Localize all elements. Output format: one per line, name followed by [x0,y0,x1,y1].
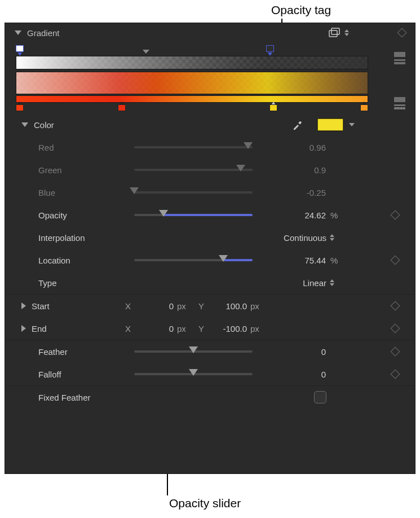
opacity-row: Opacity 24.62 % [5,204,415,226]
gradient-preset-icon[interactable] [329,28,341,38]
red-label: Red [38,143,134,152]
updown-icon [330,234,334,241]
svg-rect-0 [329,30,337,37]
y-label: Y [194,324,204,333]
start-y-value[interactable]: 100.0 [207,301,247,311]
end-row: End X 0 px Y -100.0 px [5,317,415,340]
end-x-value[interactable]: 0 [134,324,174,333]
opacity-tag[interactable] [16,46,24,54]
end-label: End [32,324,121,333]
disclosure-right-icon[interactable] [21,325,26,332]
fixed-feather-label: Fixed Feather [38,393,207,402]
red-row: Red 0.96 [5,136,415,159]
feather-value[interactable]: 0 [253,347,330,357]
chevron-down-icon[interactable] [349,123,355,126]
start-x-value[interactable]: 0 [134,301,174,311]
opacity-bar-split-icon [394,59,405,64]
opacity-value[interactable]: 24.62 [253,210,330,220]
color-bar-dots-icon [394,104,405,109]
callout-opacity-slider: Opacity slider [169,497,241,510]
fixed-feather-checkbox[interactable] [314,391,326,403]
x-label: X [121,324,131,333]
location-label: Location [38,256,134,265]
unit-label: px [250,301,264,311]
falloff-row: Falloff 0 [5,363,415,385]
opacity-tag-track[interactable] [16,46,368,54]
feather-slider[interactable] [134,346,253,357]
type-select[interactable]: Linear [303,278,357,288]
location-unit: % [330,256,345,265]
unit-label: px [250,324,264,333]
keyframe-icon[interactable] [391,346,400,356]
color-swatch[interactable] [317,118,343,131]
color-bar-icon [394,97,405,102]
keyframe-icon[interactable] [391,323,400,333]
red-slider[interactable] [134,142,253,152]
gradient-preset-stepper-icon[interactable] [344,29,349,36]
opacity-label: Opacity [38,210,134,220]
disclosure-down-icon[interactable] [21,122,28,127]
red-value[interactable]: 0.96 [253,143,330,152]
unit-label: px [177,301,191,311]
disclosure-right-icon[interactable] [21,302,26,309]
location-slider[interactable] [134,255,253,265]
falloff-label: Falloff [38,370,134,379]
start-label: Start [32,301,121,311]
callout-opacity-tag: Opacity tag [271,3,331,17]
green-row: Green 0.9 [5,159,415,181]
interpolation-value: Continuous [284,233,326,243]
green-label: Green [38,165,134,175]
color-stop-track[interactable] [16,103,368,112]
keyframe-icon[interactable] [391,369,400,379]
fixed-feather-row: Fixed Feather [5,386,415,409]
svg-rect-1 [331,28,339,34]
blue-row: Blue -0.25 [5,181,415,204]
color-stop[interactable] [16,103,24,111]
keyframe-icon[interactable] [391,301,400,310]
inspector-panel: Gradient [5,23,415,474]
location-row: Location 75.44 % [5,249,415,271]
keyframe-icon[interactable] [391,255,400,265]
opacity-gradient-bar[interactable] [16,56,368,69]
blue-slider[interactable] [134,187,253,197]
falloff-value[interactable]: 0 [253,370,330,379]
feather-label: Feather [38,347,134,357]
gradient-title: Gradient [27,28,60,38]
opacity-tag[interactable] [266,46,274,54]
x-label: X [121,301,131,311]
opacity-slider[interactable] [134,210,253,220]
opacity-bar-options[interactable] [394,52,405,64]
blue-label: Blue [38,188,134,197]
blue-value[interactable]: -0.25 [253,188,330,197]
feather-row: Feather 0 [5,340,415,363]
color-bar-options[interactable] [394,97,405,109]
interpolation-select[interactable]: Continuous [284,233,357,243]
type-value: Linear [303,278,326,288]
color-label: Color [34,120,123,130]
type-row: Type Linear [5,271,415,294]
gradient-editor [5,43,415,113]
color-stop[interactable] [360,103,368,111]
unit-label: px [177,324,191,333]
y-label: Y [194,301,204,311]
opacity-unit: % [330,210,345,220]
end-y-value[interactable]: -100.0 [207,324,247,333]
rgb-gradient-bar[interactable] [16,95,368,103]
interpolation-label: Interpolation [38,233,134,243]
keyframe-icon[interactable] [397,28,407,38]
color-gradient-bar[interactable] [16,72,368,94]
gradient-section-header[interactable]: Gradient [5,23,415,43]
opacity-midpoint-icon[interactable] [143,50,149,54]
interpolation-row: Interpolation Continuous [5,226,415,249]
disclosure-down-icon[interactable] [15,30,21,35]
falloff-slider[interactable] [134,369,253,379]
location-value[interactable]: 75.44 [253,256,330,265]
color-stop[interactable] [118,103,126,111]
green-slider[interactable] [134,165,253,175]
keyframe-icon[interactable] [391,210,400,220]
green-value[interactable]: 0.9 [253,165,330,175]
updown-icon [330,279,334,286]
eyedropper-icon[interactable] [291,118,304,131]
color-stop[interactable] [269,103,277,111]
opacity-bar-icon [394,52,405,57]
